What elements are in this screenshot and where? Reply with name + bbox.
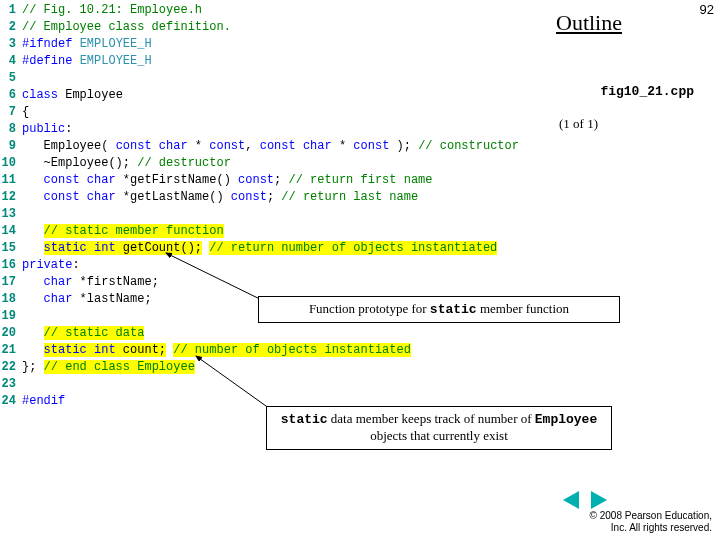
code-token: ;	[267, 190, 281, 204]
code-token: int	[94, 343, 116, 357]
code-token: Employee(	[22, 139, 116, 153]
code-token	[22, 224, 44, 238]
code-token: {	[22, 105, 29, 119]
code-token: char	[303, 139, 332, 153]
line-content: #ifndef EMPLOYEE_H	[22, 36, 538, 53]
code-token: int	[94, 241, 116, 255]
line-content: static int getCount(); // return number …	[22, 240, 538, 257]
code-token: #ifndef	[22, 37, 72, 51]
code-token	[80, 190, 87, 204]
code-token: const	[231, 190, 267, 204]
line-number: 18	[0, 291, 22, 308]
code-token: const	[116, 139, 152, 153]
code-token: *lastName;	[72, 292, 151, 306]
code-line: 21 static int count; // number of object…	[0, 342, 538, 359]
line-content: private:	[22, 257, 538, 274]
line-number: 19	[0, 308, 22, 325]
line-number: 12	[0, 189, 22, 206]
code-line: 16private:	[0, 257, 538, 274]
page-number: 92	[700, 2, 714, 17]
code-token: // end class Employee	[44, 360, 195, 374]
code-token: *getLastName()	[116, 190, 231, 204]
code-token: #endif	[22, 394, 65, 408]
next-button[interactable]	[588, 490, 610, 510]
triangle-left-icon	[563, 491, 579, 509]
code-line: 15 static int getCount(); // return numb…	[0, 240, 538, 257]
callout1-pre: Function prototype for	[309, 301, 430, 316]
triangle-right-icon	[591, 491, 607, 509]
code-token: *firstName;	[72, 275, 158, 289]
code-token: // return first name	[288, 173, 432, 187]
line-content: Employee( const char * const, const char…	[22, 138, 538, 155]
line-number: 5	[0, 70, 22, 87]
line-number: 11	[0, 172, 22, 189]
code-token	[72, 54, 79, 68]
code-token: const	[353, 139, 389, 153]
code-token: *	[332, 139, 354, 153]
code-token: char	[159, 139, 188, 153]
code-listing: 1// Fig. 10.21: Employee.h2// Employee c…	[0, 2, 538, 410]
line-content: // static data	[22, 325, 538, 342]
code-token: private	[22, 258, 72, 272]
code-token: );	[389, 139, 418, 153]
code-token	[152, 139, 159, 153]
callout2-post: objects that currently exist	[370, 428, 508, 443]
code-token: :	[72, 258, 79, 272]
code-token: const	[260, 139, 296, 153]
callout2-code1: static	[281, 412, 328, 427]
line-content: public:	[22, 121, 538, 138]
line-content: const char *getFirstName() const; // ret…	[22, 172, 538, 189]
code-token: char	[44, 292, 73, 306]
code-token: char	[87, 190, 116, 204]
line-number: 22	[0, 359, 22, 376]
code-token: // static member function	[44, 224, 224, 238]
caption-filename: fig10_21.cpp	[600, 84, 694, 99]
code-token: #define	[22, 54, 72, 68]
code-token: static	[44, 343, 87, 357]
code-token: ~Employee();	[22, 156, 137, 170]
code-line: 3#ifndef EMPLOYEE_H	[0, 36, 538, 53]
code-token: };	[22, 360, 44, 374]
code-line: 8public:	[0, 121, 538, 138]
code-token	[22, 190, 44, 204]
code-token: EMPLOYEE_H	[80, 54, 152, 68]
slide: 1// Fig. 10.21: Employee.h2// Employee c…	[0, 0, 720, 540]
code-token: // Fig. 10.21: Employee.h	[22, 3, 202, 17]
code-token: const	[209, 139, 245, 153]
code-token: Employee	[58, 88, 123, 102]
code-token: // Employee class definition.	[22, 20, 231, 34]
line-number: 6	[0, 87, 22, 104]
code-line: 6class Employee	[0, 87, 538, 104]
code-token: // constructor	[418, 139, 519, 153]
code-token	[22, 241, 44, 255]
code-token	[22, 326, 44, 340]
line-number: 2	[0, 19, 22, 36]
code-line: 22}; // end class Employee	[0, 359, 538, 376]
line-number: 16	[0, 257, 22, 274]
code-token	[22, 71, 29, 85]
code-token	[22, 275, 44, 289]
line-content: const char *getLastName() const; // retu…	[22, 189, 538, 206]
line-number: 17	[0, 274, 22, 291]
line-number: 8	[0, 121, 22, 138]
code-token: ,	[245, 139, 259, 153]
callout-static-data: static data member keeps track of number…	[266, 406, 612, 450]
line-content: #define EMPLOYEE_H	[22, 53, 538, 70]
code-line: 20 // static data	[0, 325, 538, 342]
prev-button[interactable]	[560, 490, 582, 510]
line-content: }; // end class Employee	[22, 359, 538, 376]
code-line: 1// Fig. 10.21: Employee.h	[0, 2, 538, 19]
nav-buttons	[560, 490, 610, 510]
code-line: 14 // static member function	[0, 223, 538, 240]
line-number: 1	[0, 2, 22, 19]
code-token: getCount();	[116, 241, 202, 255]
line-number: 15	[0, 240, 22, 257]
code-line: 13	[0, 206, 538, 223]
callout1-code: static	[430, 302, 477, 317]
code-token: // return last name	[281, 190, 418, 204]
line-content	[22, 376, 538, 393]
code-token: // return number of objects instantiated	[209, 241, 497, 255]
line-number: 20	[0, 325, 22, 342]
callout2-code2: Employee	[535, 412, 597, 427]
line-content: static int count; // number of objects i…	[22, 342, 538, 359]
